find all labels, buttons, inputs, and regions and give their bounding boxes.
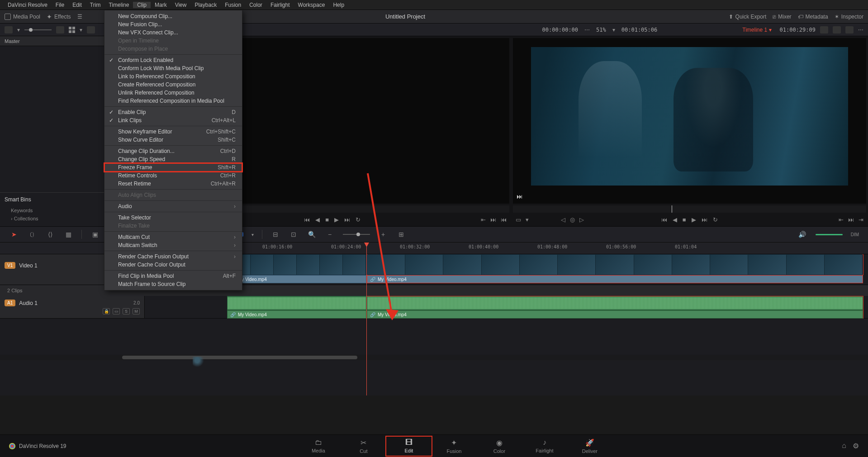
- menu-item-retime-controls[interactable]: Retime ControlsCtrl+R: [104, 171, 242, 180]
- clip-menu-dropdown[interactable]: New Compound Clip...New Fusion Clip...Ne…: [104, 10, 242, 290]
- zoom-percent[interactable]: 51%: [596, 27, 606, 33]
- menu-edit[interactable]: Edit: [68, 2, 86, 8]
- menu-clip[interactable]: Clip: [133, 2, 151, 8]
- chevron-down-icon[interactable]: ▾: [526, 216, 529, 223]
- menu-item-take-selector[interactable]: Take Selector: [104, 214, 242, 222]
- goto-icon[interactable]: ⇥: [859, 216, 863, 223]
- volume-icon[interactable]: 🔊: [797, 230, 807, 239]
- viewer-option-button[interactable]: [833, 26, 841, 33]
- audio-track-header[interactable]: A1 Audio 1 2.0 🔒 ▭ S M: [0, 296, 145, 318]
- page-fairlight[interactable]: ♪Fairlight: [522, 437, 567, 456]
- loop-icon[interactable]: ↻: [356, 216, 360, 223]
- page-fusion[interactable]: ✦Fusion: [432, 437, 477, 456]
- custom-zoom-icon[interactable]: ⊞: [396, 230, 406, 239]
- chevron-down-icon[interactable]: ▾: [612, 27, 615, 33]
- viewer-mode-icon[interactable]: ▭: [516, 216, 521, 223]
- menu-item-enable-clip[interactable]: ✓Enable ClipD: [104, 108, 242, 116]
- menu-item-change-clip-duration-[interactable]: Change Clip Duration...Ctrl+D: [104, 147, 242, 155]
- clip-name-bar[interactable]: 🔗My Video.mp4: [227, 275, 366, 283]
- menu-item-show-keyframe-editor[interactable]: Show Keyframe EditorCtrl+Shift+C: [104, 128, 242, 136]
- stop-icon[interactable]: ■: [325, 216, 329, 223]
- lock-track-icon[interactable]: 🔒: [103, 308, 110, 314]
- menu-item-multicam-cut[interactable]: Multicam Cut›: [104, 233, 242, 241]
- mute-button[interactable]: M: [133, 308, 140, 314]
- viewer-option-button[interactable]: [820, 26, 828, 33]
- menu-item-show-curve-editor[interactable]: Show Curve EditorShift+C: [104, 136, 242, 144]
- next-frame-icon[interactable]: ⏭: [344, 216, 350, 223]
- menu-item-match-frame-to-source-clip[interactable]: Match Frame to Source Clip: [104, 280, 242, 288]
- out-point-icon[interactable]: ⏭: [848, 216, 854, 223]
- volume-slider[interactable]: [816, 234, 843, 235]
- menu-playback[interactable]: Playback: [190, 2, 221, 8]
- menu-color[interactable]: Color: [245, 2, 266, 8]
- video-clip[interactable]: [227, 254, 366, 275]
- sort-button[interactable]: [56, 26, 64, 33]
- menu-item-change-clip-speed[interactable]: Change Clip SpeedR: [104, 155, 242, 163]
- master-bin-header[interactable]: Master: [0, 36, 104, 46]
- settings-icon[interactable]: ⚙: [853, 442, 859, 450]
- menu-timeline[interactable]: Timeline: [104, 2, 133, 8]
- last-frame-icon[interactable]: ⏮: [501, 216, 507, 223]
- a1-badge[interactable]: A1: [5, 300, 15, 306]
- first-frame-icon[interactable]: ⏮: [661, 216, 667, 223]
- menu-item-unlink-referenced-composition[interactable]: Unlink Referenced Composition: [104, 89, 242, 97]
- menu-item-reset-retime[interactable]: Reset RetimeCtrl+Alt+R: [104, 180, 242, 188]
- video-clip-selected[interactable]: [367, 254, 863, 275]
- prev-marker-icon[interactable]: ◁: [561, 216, 565, 223]
- smart-bin-keywords[interactable]: Keywords: [5, 206, 100, 214]
- next-edit-icon[interactable]: ⏭: [490, 216, 496, 223]
- mixer-toggle[interactable]: ⎚Mixer: [773, 14, 791, 20]
- first-frame-icon[interactable]: ⏮: [304, 216, 310, 223]
- zoom-in-icon[interactable]: 🔍: [307, 230, 317, 239]
- menu-item-render-cache-color-output[interactable]: Render Cache Color Output: [104, 261, 242, 269]
- selection-tool-icon[interactable]: ➤: [9, 230, 19, 239]
- play-icon[interactable]: ▶: [692, 216, 696, 223]
- home-icon[interactable]: ⌂: [842, 442, 846, 450]
- menu-fusion[interactable]: Fusion: [221, 2, 245, 8]
- bypass-button[interactable]: [845, 26, 854, 33]
- grid-view-icon[interactable]: [69, 27, 75, 33]
- timeline-scrollbar[interactable]: [0, 355, 868, 360]
- thumb-size-slider[interactable]: [24, 29, 52, 30]
- plus-icon[interactable]: +: [378, 230, 388, 239]
- menu-item-freeze-frame[interactable]: Freeze FrameShift+R: [104, 163, 242, 171]
- menu-item-conform-lock-with-media-pool-clip[interactable]: Conform Lock With Media Pool Clip: [104, 64, 242, 72]
- menu-fairlight[interactable]: Fairlight: [266, 2, 294, 8]
- menu-item-link-to-referenced-composition[interactable]: Link to Referenced Composition: [104, 72, 242, 81]
- page-cut[interactable]: ✂Cut: [341, 437, 386, 456]
- dim-button[interactable]: DIM: [851, 232, 859, 237]
- chevron-down-icon[interactable]: ▾: [80, 27, 82, 33]
- minus-icon[interactable]: −: [325, 230, 335, 239]
- menu-mark[interactable]: Mark: [151, 2, 171, 8]
- prev-frame-icon[interactable]: ◀: [673, 216, 677, 223]
- search-button[interactable]: [87, 26, 95, 33]
- auto-select-icon[interactable]: ▭: [113, 308, 120, 314]
- quick-export-button[interactable]: ⬆Quick Export: [729, 14, 767, 20]
- program-viewer-canvas[interactable]: ⏭: [513, 38, 867, 204]
- solo-button[interactable]: S: [123, 308, 130, 314]
- next-frame-icon[interactable]: ⏭: [702, 216, 707, 223]
- menu-item-link-clips[interactable]: ✓Link ClipsCtrl+Alt+L: [104, 116, 242, 124]
- menu-davinci-resolve[interactable]: DaVinci Resolve: [4, 2, 52, 8]
- menu-item-new-fusion-clip-[interactable]: New Fusion Clip...: [104, 20, 242, 29]
- audio-clip[interactable]: [367, 296, 863, 310]
- program-scrubber[interactable]: [513, 205, 867, 213]
- metadata-toggle[interactable]: 🏷Metadata: [798, 14, 828, 20]
- menu-item-audio[interactable]: Audio›: [104, 202, 242, 210]
- blade-tool-icon[interactable]: ▦: [63, 230, 73, 239]
- menu-help[interactable]: Help: [329, 2, 348, 8]
- skip-icon[interactable]: ⏭: [517, 193, 523, 200]
- next-marker-icon[interactable]: ▷: [579, 216, 584, 223]
- v1-badge[interactable]: V1: [5, 262, 15, 269]
- audio-clip-name-bar[interactable]: 🔗My Video.mp4: [367, 310, 863, 319]
- chevron-down-icon[interactable]: ▾: [17, 27, 20, 33]
- menu-trim[interactable]: Trim: [86, 2, 105, 8]
- options-icon[interactable]: ⋯: [584, 27, 590, 33]
- dynamic-trim-icon[interactable]: ⟨⟩: [45, 230, 55, 239]
- effects-toggle[interactable]: ✦Effects: [47, 13, 71, 20]
- menu-file[interactable]: File: [52, 2, 68, 8]
- options-icon[interactable]: ⋯: [858, 27, 863, 33]
- menu-item-find-clip-in-media-pool[interactable]: Find Clip in Media PoolAlt+F: [104, 272, 242, 280]
- zoom-slider[interactable]: [343, 234, 370, 235]
- menu-item-new-compound-clip-[interactable]: New Compound Clip...: [104, 12, 242, 20]
